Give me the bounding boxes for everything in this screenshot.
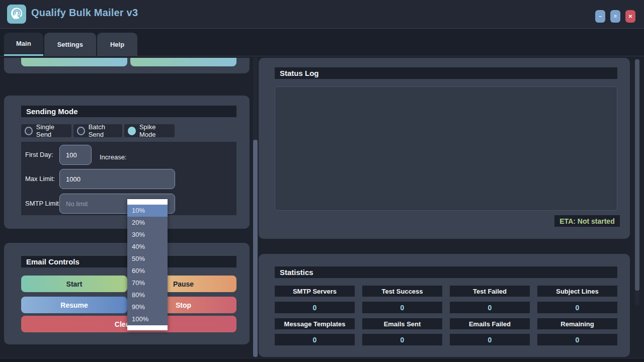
top-card-clipped <box>4 58 250 73</box>
radio-selected-icon <box>128 127 136 135</box>
statistics-header: Statistics <box>275 266 617 278</box>
dropdown-option[interactable]: 70% <box>127 277 168 289</box>
dropdown-option[interactable]: 20% <box>127 217 168 229</box>
status-log-header: Status Log <box>275 67 617 79</box>
dropdown-option[interactable]: 100% <box>127 313 168 325</box>
app-title: Qualify Bulk Mailer v3 <box>31 7 138 19</box>
tab-strip: Main Settings Help <box>0 29 644 56</box>
stat-value-test-failed: 0 <box>450 302 530 313</box>
resume-button[interactable]: Resume <box>21 297 127 313</box>
stat-label-test-failed: Test Failed <box>450 286 530 297</box>
window-bottom-edge <box>0 358 644 362</box>
dropdown-option[interactable]: 40% <box>127 241 168 253</box>
stat-value-message-templates: 0 <box>275 334 355 345</box>
statistics-card: Statistics SMTP Servers Test Success Tes… <box>259 254 630 357</box>
status-log-textarea[interactable] <box>275 86 617 211</box>
sending-mode-card: Sending Mode Single Send Batch Send Spik… <box>4 96 250 229</box>
tab-settings[interactable]: Settings <box>44 33 96 56</box>
tab-main[interactable]: Main <box>4 33 43 56</box>
radio-single-send[interactable]: Single Send <box>21 124 71 137</box>
main-content: Sending Mode Single Send Batch Send Spik… <box>0 56 644 358</box>
sending-mode-header: Sending Mode <box>21 106 236 117</box>
first-day-label: First Day: <box>25 151 53 158</box>
increase-dropdown-open: 10% 20% 30% 40% 50% 60% 70% 80% 90% 100% <box>127 199 168 330</box>
radio-batch-send[interactable]: Batch Send <box>73 124 122 137</box>
radio-label: Single Send <box>36 123 68 138</box>
minimize-button[interactable]: – <box>595 10 605 23</box>
stat-label-message-templates: Message Templates <box>275 318 355 329</box>
stat-value-remaining: 0 <box>537 334 617 345</box>
start-button[interactable]: Start <box>21 276 127 292</box>
right-scrollbar-thumb[interactable] <box>635 59 639 291</box>
titlebar: Qualify Bulk Mailer v3 – = ✕ <box>0 0 644 29</box>
dropdown-option[interactable]: 50% <box>127 253 168 265</box>
stat-value-smtp-servers: 0 <box>275 302 355 313</box>
max-limit-input[interactable] <box>59 169 175 189</box>
stat-value-test-success: 0 <box>362 302 442 313</box>
dropdown-option[interactable]: 10% <box>127 205 168 217</box>
stat-label-subject-lines: Subject Lines <box>537 286 617 297</box>
radio-circle-icon <box>77 127 85 135</box>
dropdown-bottom-edge <box>127 325 168 330</box>
maximize-button[interactable]: = <box>610 10 620 23</box>
stat-label-remaining: Remaining <box>537 318 617 329</box>
stat-value-subject-lines: 0 <box>537 302 617 313</box>
stat-label-smtp-servers: SMTP Servers <box>275 286 355 297</box>
top-right-button-clipped[interactable] <box>130 58 236 66</box>
stat-label-emails-sent: Emails Sent <box>362 318 442 329</box>
app-window: Qualify Bulk Mailer v3 – = ✕ Main Settin… <box>0 0 644 362</box>
window-controls: – = ✕ <box>595 10 635 23</box>
radio-label: Spike Mode <box>139 123 171 138</box>
app-logo-icon <box>7 5 26 24</box>
max-limit-label: Max Limit: <box>25 175 55 183</box>
tab-help[interactable]: Help <box>97 33 137 56</box>
stat-value-emails-sent: 0 <box>362 334 442 345</box>
first-day-input[interactable] <box>59 145 92 165</box>
top-left-button-clipped[interactable] <box>21 58 127 66</box>
radio-circle-icon <box>25 127 33 135</box>
dropdown-option[interactable]: 80% <box>127 289 168 301</box>
status-log-card: Status Log ETA: Not started <box>259 58 630 239</box>
dropdown-option[interactable]: 60% <box>127 265 168 277</box>
stat-label-emails-failed: Emails Failed <box>450 318 530 329</box>
email-controls-card: Email Controls Start Pause Resume Stop C… <box>4 243 250 344</box>
stat-label-test-success: Test Success <box>362 286 442 297</box>
smtp-limit-label: SMTP Limit: <box>25 200 61 207</box>
radio-spike-mode[interactable]: Spike Mode <box>124 124 175 137</box>
radio-label: Batch Send <box>89 123 119 138</box>
eta-status: ETA: Not started <box>554 215 620 227</box>
dropdown-edit-area[interactable] <box>127 199 168 205</box>
increase-label: Increase: <box>100 153 126 161</box>
dropdown-option[interactable]: 30% <box>127 229 168 241</box>
left-scrollbar-thumb[interactable] <box>253 140 258 357</box>
dropdown-option[interactable]: 90% <box>127 301 168 313</box>
stat-value-emails-failed: 0 <box>450 334 530 345</box>
close-button[interactable]: ✕ <box>625 10 635 23</box>
